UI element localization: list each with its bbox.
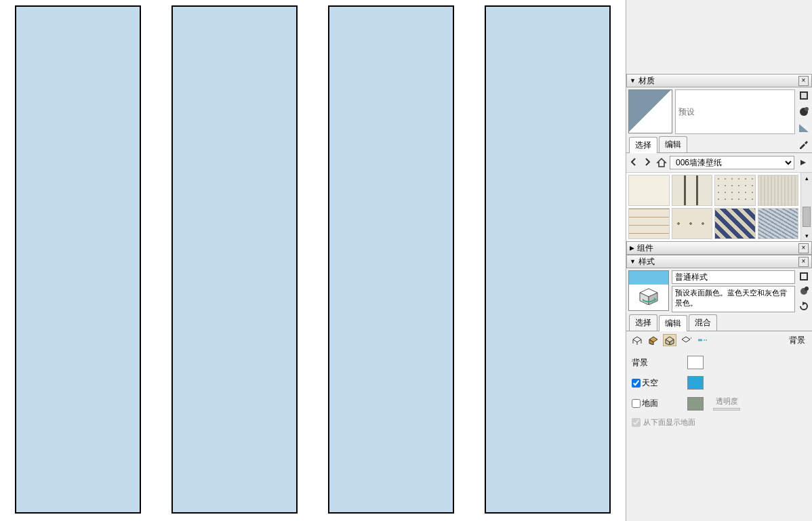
materials-panel-header[interactable]: ▼ 材质 × — [626, 74, 812, 87]
shape-rect-3[interactable] — [328, 5, 454, 514]
styles-panel-close[interactable]: × — [798, 257, 809, 267]
style-name-input[interactable] — [672, 270, 795, 284]
components-panel-title: 组件 — [637, 243, 798, 254]
collapse-icon: ▼ — [630, 77, 636, 84]
styles-edit-toolbar: • 背景 — [626, 331, 812, 349]
materials-tab-select[interactable]: 选择 — [629, 137, 657, 153]
nav-back-icon[interactable] — [629, 157, 640, 168]
home-icon[interactable] — [656, 157, 667, 168]
svg-point-25 — [704, 339, 705, 341]
material-thumb[interactable] — [758, 208, 799, 239]
sky-label: 天空 — [642, 377, 658, 389]
collapse-icon: ▼ — [630, 258, 636, 265]
transparency-track[interactable] — [713, 408, 740, 411]
face-settings-icon[interactable] — [647, 334, 660, 346]
scroll-up-icon[interactable]: ▴ — [801, 173, 812, 184]
svg-marker-22 — [682, 337, 690, 342]
edge-settings-icon[interactable] — [630, 334, 644, 346]
toolbar-bg-label: 背景 — [789, 335, 808, 346]
background-color-swatch[interactable] — [687, 356, 704, 369]
material-thumb[interactable] — [714, 175, 756, 206]
svg-marker-12 — [803, 301, 805, 306]
watermark-settings-icon[interactable]: • — [679, 334, 693, 346]
styles-tab-edit[interactable]: 编辑 — [659, 315, 687, 331]
svg-text:•: • — [691, 335, 691, 340]
modeling-settings-icon[interactable] — [695, 334, 709, 346]
svg-marker-13 — [633, 337, 641, 342]
components-panel-close[interactable]: × — [798, 243, 809, 253]
material-library-dropdown[interactable]: 006墙漆壁纸 — [670, 156, 794, 169]
styles-tab-mix[interactable]: 混合 — [689, 314, 717, 331]
svg-rect-1 — [801, 93, 807, 98]
default-material-icon[interactable] — [798, 122, 810, 134]
expand-icon: ▶ — [630, 245, 634, 251]
materials-grid-wrap: ▴ ▾ — [626, 172, 812, 241]
sidebar-spacer — [626, 0, 812, 74]
viewport-shapes — [0, 0, 626, 521]
materials-nav-row: 006墙漆壁纸 — [626, 153, 812, 172]
scroll-thumb[interactable] — [803, 207, 811, 227]
styles-tab-select[interactable]: 选择 — [629, 314, 657, 331]
styles-panel-header[interactable]: ▼ 样式 × — [626, 255, 812, 268]
material-thumb[interactable] — [758, 175, 799, 206]
background-settings: 背景 天空 地面 透明度 — [626, 349, 812, 434]
material-thumb[interactable] — [714, 208, 756, 239]
styles-tabs: 选择 编辑 混合 — [626, 314, 812, 331]
svg-rect-9 — [801, 274, 807, 279]
show-ground-below-label: 从下面显示地面 — [643, 417, 695, 428]
eyedropper-icon[interactable] — [797, 138, 809, 150]
sky-checkbox[interactable] — [632, 379, 641, 388]
cube-icon — [637, 286, 660, 305]
transparency-slider: 透明度 — [713, 396, 740, 411]
background-settings-icon[interactable] — [663, 334, 676, 346]
right-sidebar: ▼ 材质 × 选择 编辑 — [626, 0, 812, 521]
components-panel-header[interactable]: ▶ 组件 × — [626, 241, 812, 255]
display-secondary-pane-icon[interactable] — [798, 89, 810, 102]
style-update-icon[interactable] — [798, 300, 810, 312]
materials-panel-body: 选择 编辑 006墙漆壁纸 — [626, 87, 812, 241]
materials-tab-edit[interactable]: 编辑 — [659, 136, 687, 152]
style-description-input[interactable] — [672, 286, 795, 312]
style-display-pane-icon[interactable] — [798, 270, 810, 283]
ground-label: 地面 — [642, 398, 658, 409]
transparency-label: 透明度 — [716, 396, 738, 407]
ground-color-swatch[interactable] — [687, 397, 704, 411]
material-thumb[interactable] — [672, 208, 713, 239]
svg-point-11 — [805, 287, 809, 291]
svg-point-3 — [805, 107, 809, 111]
material-preview-swatch[interactable] — [628, 89, 672, 133]
main-viewport[interactable] — [0, 0, 626, 521]
material-thumb[interactable] — [628, 208, 670, 239]
shape-rect-4[interactable] — [485, 5, 611, 514]
material-thumb[interactable] — [628, 175, 670, 206]
create-material-icon[interactable] — [798, 106, 810, 118]
shape-rect-2[interactable] — [171, 5, 298, 514]
materials-scrollbar[interactable]: ▴ ▾ — [800, 173, 812, 241]
materials-panel-close[interactable]: × — [798, 76, 809, 86]
styles-panel-body: 选择 编辑 混合 • 背景 背景 — [626, 268, 812, 434]
material-name-input[interactable] — [675, 89, 795, 134]
materials-tabs: 选择 编辑 — [626, 136, 812, 153]
sky-color-swatch[interactable] — [687, 376, 704, 390]
svg-point-26 — [706, 339, 707, 341]
materials-panel-title: 材质 — [638, 75, 798, 87]
scroll-down-icon[interactable]: ▾ — [801, 230, 812, 241]
details-icon[interactable] — [797, 157, 809, 169]
ground-checkbox[interactable] — [632, 399, 641, 408]
show-ground-below-checkbox — [632, 418, 641, 427]
style-preview-swatch[interactable] — [628, 270, 669, 311]
materials-grid — [626, 173, 800, 241]
style-create-icon[interactable] — [798, 285, 810, 297]
styles-panel-title: 样式 — [638, 256, 798, 268]
background-label: 背景 — [632, 357, 678, 369]
material-thumb[interactable] — [672, 175, 713, 206]
nav-forward-icon[interactable] — [643, 157, 653, 168]
shape-rect-1[interactable] — [15, 5, 141, 514]
